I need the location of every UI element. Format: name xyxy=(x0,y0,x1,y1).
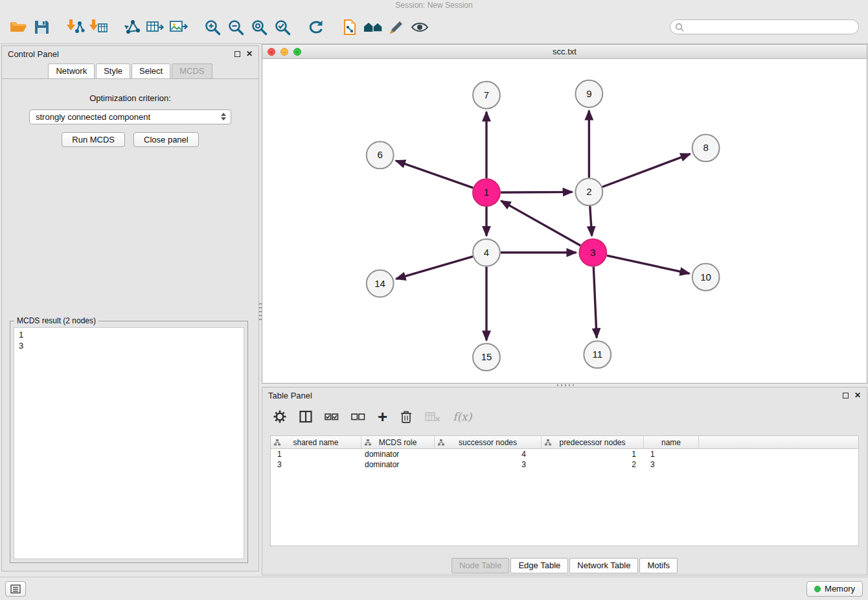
tab-network-table[interactable]: Network Table xyxy=(569,558,638,573)
eye-icon xyxy=(411,19,429,36)
graph-edge-3-11[interactable] xyxy=(593,267,597,338)
graph-node-label: 1 xyxy=(484,187,489,198)
tab-style[interactable]: Style xyxy=(96,63,130,79)
graph-edge-3-10[interactable] xyxy=(607,255,690,273)
graph-node-label: 3 xyxy=(590,247,595,258)
show-hide-button[interactable] xyxy=(408,15,431,40)
mcds-result-title: MCDS result (2 nodes) xyxy=(14,316,98,325)
status-bar: Memory xyxy=(0,577,868,600)
copy-network-icon xyxy=(341,19,359,36)
graph-edge-4-14[interactable] xyxy=(396,257,473,279)
import-network-button[interactable] xyxy=(63,15,87,40)
zoom-in-icon xyxy=(204,19,221,36)
graph-edge-3-1[interactable] xyxy=(501,201,581,246)
show-panels-button[interactable] xyxy=(5,581,26,597)
table-panel-tabs: Node Table Edge Table Network Table Moti… xyxy=(262,558,867,573)
close-panel-icon[interactable]: ✕ xyxy=(854,391,861,399)
graph-node-label: 14 xyxy=(374,278,385,289)
tab-select[interactable]: Select xyxy=(131,63,170,79)
graph-edge-2-8[interactable] xyxy=(602,154,691,187)
zoom-in-button[interactable] xyxy=(201,15,224,40)
minimize-window-icon[interactable]: − xyxy=(280,48,288,56)
table-panel-title: Table Panel xyxy=(268,391,312,400)
cell-predecessor-nodes: 2 xyxy=(542,459,644,470)
network-canvas[interactable]: 7968124314101511 xyxy=(262,59,867,383)
gear-icon xyxy=(273,410,287,424)
table-row[interactable]: 3 dominator 3 2 3 xyxy=(271,459,858,470)
criterion-dropdown-value: strongly connected component xyxy=(36,112,150,122)
graph-edge-2-3[interactable] xyxy=(590,206,592,236)
refresh-icon xyxy=(307,19,325,36)
save-session-button[interactable] xyxy=(30,15,53,40)
tab-node-table[interactable]: Node Table xyxy=(451,558,510,573)
column-header-name[interactable]: name xyxy=(644,436,699,448)
delete-column-button[interactable] xyxy=(400,410,413,424)
zoom-selected-icon xyxy=(274,19,291,36)
import-table-icon xyxy=(89,19,108,36)
select-all-rows-button[interactable] xyxy=(325,411,339,422)
search-input[interactable] xyxy=(670,19,859,34)
memory-button[interactable]: Memory xyxy=(806,581,863,597)
copy-network-button[interactable] xyxy=(338,15,361,40)
column-header-shared-name[interactable]: shared name xyxy=(271,436,361,448)
tab-mcds[interactable]: MCDS xyxy=(172,63,212,79)
zoom-out-button[interactable] xyxy=(224,15,247,40)
graph-edge-1-2[interactable] xyxy=(501,192,573,192)
search-field xyxy=(670,19,859,34)
float-panel-icon[interactable] xyxy=(234,51,240,57)
new-table-button[interactable] xyxy=(144,15,167,40)
tab-network[interactable]: Network xyxy=(48,63,95,79)
zoom-selected-button[interactable] xyxy=(271,15,294,40)
graph-node-label: 4 xyxy=(484,247,489,258)
export-image-button[interactable] xyxy=(167,15,190,40)
first-neighbors-button[interactable] xyxy=(361,15,385,40)
table-settings-button[interactable] xyxy=(273,410,287,424)
network-icon xyxy=(123,19,141,36)
add-column-button[interactable]: + xyxy=(378,410,387,424)
column-header-mcds-role[interactable]: MCDS role xyxy=(361,436,435,448)
close-panel-icon[interactable]: ✕ xyxy=(246,50,253,58)
mcds-result-line: 3 xyxy=(19,340,239,351)
close-panel-button[interactable]: Close panel xyxy=(133,132,199,147)
mcds-result-group: MCDS result (2 nodes) 1 3 xyxy=(10,321,248,563)
delete-table-button[interactable] xyxy=(425,411,440,422)
close-window-icon[interactable]: × xyxy=(268,48,275,56)
graph-node-label: 11 xyxy=(593,349,603,360)
dropdown-stepper-icon xyxy=(221,113,226,121)
graph-edge-1-6[interactable] xyxy=(396,161,473,188)
main-area: Control Panel ✕ Network Style Select MCD… xyxy=(0,44,868,577)
zoom-fit-button[interactable] xyxy=(247,15,271,40)
import-table-button[interactable] xyxy=(87,15,110,40)
mcds-tab-content: Optimization criterion: strongly connect… xyxy=(2,93,258,147)
graph-node-label: 2 xyxy=(586,186,591,197)
cell-shared-name: 1 xyxy=(271,449,361,459)
table-row[interactable]: 1 dominator 4 1 1 xyxy=(271,449,858,459)
run-mcds-button[interactable]: Run MCDS xyxy=(62,132,125,147)
zoom-window-icon[interactable]: + xyxy=(293,48,301,56)
houses-icon xyxy=(363,19,383,36)
split-columns-button[interactable] xyxy=(299,410,312,423)
column-header-predecessor-nodes[interactable]: predecessor nodes xyxy=(542,436,644,448)
cell-successor-nodes: 3 xyxy=(435,459,542,470)
checked-boxes-icon xyxy=(325,411,339,422)
search-icon xyxy=(675,23,684,32)
cell-mcds-role: dominator xyxy=(361,459,435,470)
tree-icon xyxy=(274,439,280,446)
graph-node-label: 10 xyxy=(700,271,711,283)
deselect-all-rows-button[interactable] xyxy=(351,411,365,422)
function-builder-button[interactable]: f(x) xyxy=(453,410,472,423)
node-table: shared name MCDS role xyxy=(270,435,859,546)
refresh-view-button[interactable] xyxy=(304,15,328,40)
open-session-button[interactable] xyxy=(6,15,30,40)
new-network-button[interactable] xyxy=(120,15,144,40)
column-header-successor-nodes[interactable]: successor nodes xyxy=(435,436,542,448)
window-title: Session: New Session xyxy=(395,1,472,10)
float-panel-icon[interactable] xyxy=(843,393,849,398)
criterion-dropdown[interactable]: strongly connected component xyxy=(29,110,231,124)
annotation-tool-button[interactable] xyxy=(385,15,408,40)
cell-successor-nodes: 4 xyxy=(435,449,542,459)
tab-edge-table[interactable]: Edge Table xyxy=(510,558,568,573)
open-folder-icon xyxy=(9,19,27,36)
tab-motifs[interactable]: Motifs xyxy=(639,558,678,573)
pen-icon xyxy=(387,19,405,36)
